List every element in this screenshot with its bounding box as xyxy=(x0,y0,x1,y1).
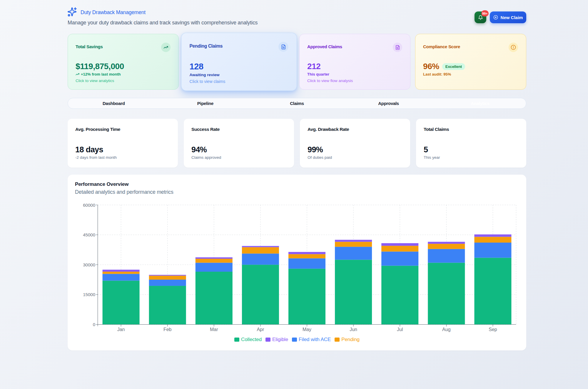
svg-text:Jan: Jan xyxy=(117,327,125,332)
svg-text:45000: 45000 xyxy=(83,232,95,237)
svg-text:Aug: Aug xyxy=(442,327,450,332)
svg-text:0: 0 xyxy=(93,322,95,327)
svg-text:Feb: Feb xyxy=(163,327,172,332)
svg-text:May: May xyxy=(303,327,311,332)
svg-text:15000: 15000 xyxy=(83,292,95,297)
svg-text:Jul: Jul xyxy=(397,327,403,332)
svg-text:Sep: Sep xyxy=(489,327,497,332)
svg-text:Apr: Apr xyxy=(257,327,264,332)
svg-text:60000: 60000 xyxy=(83,203,95,208)
svg-text:Jun: Jun xyxy=(350,327,357,332)
svg-text:30000: 30000 xyxy=(83,262,95,267)
svg-text:Mar: Mar xyxy=(210,327,218,332)
